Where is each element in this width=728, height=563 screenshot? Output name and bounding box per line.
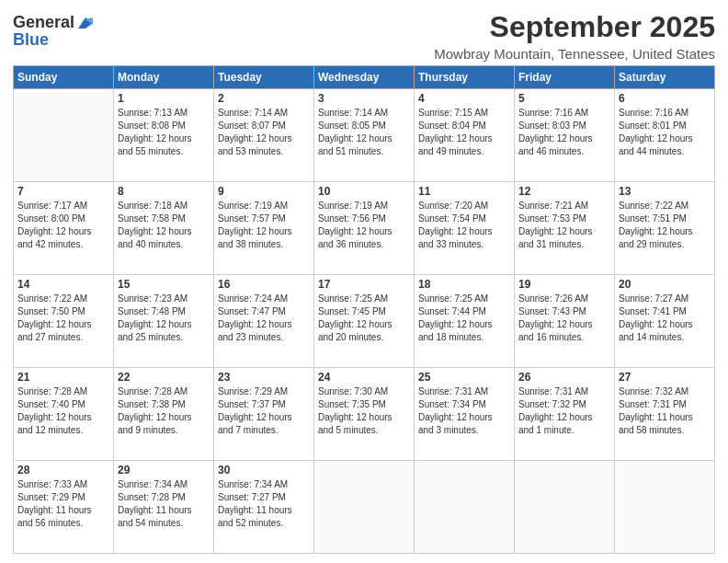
table-row: 26Sunrise: 7:31 AM Sunset: 7:32 PM Dayli… — [515, 368, 615, 461]
day-number: 15 — [118, 278, 210, 291]
day-info: Sunrise: 7:16 AM Sunset: 8:01 PM Dayligh… — [619, 107, 711, 158]
table-row — [415, 461, 515, 554]
table-row: 24Sunrise: 7:30 AM Sunset: 7:35 PM Dayli… — [314, 368, 415, 461]
logo: General Blue — [13, 13, 95, 50]
day-number: 13 — [619, 185, 711, 198]
calendar: SundayMondayTuesdayWednesdayThursdayFrid… — [13, 65, 715, 554]
day-number: 10 — [318, 185, 410, 198]
day-header-monday: Monday — [114, 66, 214, 89]
page: General Blue September 2025 Mowbray Moun… — [0, 0, 728, 563]
day-header-sunday: Sunday — [14, 66, 114, 89]
table-row: 28Sunrise: 7:33 AM Sunset: 7:29 PM Dayli… — [14, 461, 114, 554]
day-info: Sunrise: 7:19 AM Sunset: 7:56 PM Dayligh… — [318, 200, 410, 251]
day-info: Sunrise: 7:27 AM Sunset: 7:41 PM Dayligh… — [619, 293, 711, 344]
table-row: 21Sunrise: 7:28 AM Sunset: 7:40 PM Dayli… — [14, 368, 114, 461]
day-number: 27 — [619, 371, 711, 384]
table-row: 3Sunrise: 7:14 AM Sunset: 8:05 PM Daylig… — [314, 89, 415, 182]
day-number: 1 — [118, 92, 210, 105]
logo-icon — [76, 16, 95, 30]
day-info: Sunrise: 7:25 AM Sunset: 7:45 PM Dayligh… — [318, 293, 410, 344]
day-info: Sunrise: 7:29 AM Sunset: 7:37 PM Dayligh… — [218, 385, 310, 437]
day-number: 12 — [518, 185, 610, 198]
table-row: 2Sunrise: 7:14 AM Sunset: 8:07 PM Daylig… — [214, 89, 314, 182]
day-info: Sunrise: 7:21 AM Sunset: 7:53 PM Dayligh… — [518, 200, 610, 251]
table-row — [14, 89, 114, 182]
table-row: 12Sunrise: 7:21 AM Sunset: 7:53 PM Dayli… — [515, 182, 615, 275]
table-row: 4Sunrise: 7:15 AM Sunset: 8:04 PM Daylig… — [415, 89, 515, 182]
day-info: Sunrise: 7:14 AM Sunset: 8:07 PM Dayligh… — [218, 107, 310, 158]
day-header-friday: Friday — [515, 66, 615, 89]
day-info: Sunrise: 7:28 AM Sunset: 7:40 PM Dayligh… — [17, 385, 109, 437]
day-number: 6 — [619, 92, 711, 105]
day-info: Sunrise: 7:31 AM Sunset: 7:32 PM Dayligh… — [518, 385, 610, 437]
table-row: 14Sunrise: 7:22 AM Sunset: 7:50 PM Dayli… — [14, 275, 114, 368]
day-number: 29 — [118, 464, 210, 477]
table-row: 29Sunrise: 7:34 AM Sunset: 7:28 PM Dayli… — [114, 461, 214, 554]
table-row: 30Sunrise: 7:34 AM Sunset: 7:27 PM Dayli… — [214, 461, 314, 554]
day-number: 7 — [17, 185, 109, 198]
table-row: 17Sunrise: 7:25 AM Sunset: 7:45 PM Dayli… — [314, 275, 415, 368]
table-row: 7Sunrise: 7:17 AM Sunset: 8:00 PM Daylig… — [14, 182, 114, 275]
logo-blue: Blue — [13, 30, 95, 50]
day-info: Sunrise: 7:14 AM Sunset: 8:05 PM Dayligh… — [318, 107, 410, 158]
header: General Blue September 2025 Mowbray Moun… — [13, 9, 715, 62]
logo-general: General — [13, 13, 74, 32]
day-info: Sunrise: 7:18 AM Sunset: 7:58 PM Dayligh… — [118, 200, 210, 251]
day-number: 28 — [17, 464, 109, 477]
day-number: 20 — [619, 278, 711, 291]
table-row: 5Sunrise: 7:16 AM Sunset: 8:03 PM Daylig… — [515, 89, 615, 182]
day-number: 11 — [418, 185, 510, 198]
day-number: 9 — [218, 185, 310, 198]
table-row: 8Sunrise: 7:18 AM Sunset: 7:58 PM Daylig… — [114, 182, 214, 275]
day-info: Sunrise: 7:20 AM Sunset: 7:54 PM Dayligh… — [418, 200, 510, 251]
day-number: 3 — [318, 92, 410, 105]
day-info: Sunrise: 7:25 AM Sunset: 7:44 PM Dayligh… — [418, 293, 510, 344]
table-row: 27Sunrise: 7:32 AM Sunset: 7:31 PM Dayli… — [615, 368, 715, 461]
day-info: Sunrise: 7:17 AM Sunset: 8:00 PM Dayligh… — [17, 200, 109, 251]
table-row — [615, 461, 715, 554]
day-info: Sunrise: 7:23 AM Sunset: 7:48 PM Dayligh… — [118, 293, 210, 344]
day-number: 26 — [518, 371, 610, 384]
table-row: 22Sunrise: 7:28 AM Sunset: 7:38 PM Dayli… — [114, 368, 214, 461]
table-row: 19Sunrise: 7:26 AM Sunset: 7:43 PM Dayli… — [515, 275, 615, 368]
day-info: Sunrise: 7:26 AM Sunset: 7:43 PM Dayligh… — [518, 293, 610, 344]
table-row — [515, 461, 615, 554]
day-info: Sunrise: 7:28 AM Sunset: 7:38 PM Dayligh… — [118, 385, 210, 437]
day-number: 19 — [518, 278, 610, 291]
day-info: Sunrise: 7:22 AM Sunset: 7:50 PM Dayligh… — [17, 293, 109, 344]
table-row: 6Sunrise: 7:16 AM Sunset: 8:01 PM Daylig… — [615, 89, 715, 182]
table-row: 25Sunrise: 7:31 AM Sunset: 7:34 PM Dayli… — [415, 368, 515, 461]
day-header-saturday: Saturday — [615, 66, 715, 89]
table-row: 23Sunrise: 7:29 AM Sunset: 7:37 PM Dayli… — [214, 368, 314, 461]
table-row: 11Sunrise: 7:20 AM Sunset: 7:54 PM Dayli… — [415, 182, 515, 275]
day-info: Sunrise: 7:19 AM Sunset: 7:57 PM Dayligh… — [218, 200, 310, 251]
day-number: 21 — [17, 371, 109, 384]
table-row: 1Sunrise: 7:13 AM Sunset: 8:08 PM Daylig… — [114, 89, 214, 182]
day-info: Sunrise: 7:34 AM Sunset: 7:28 PM Dayligh… — [118, 478, 210, 530]
table-row: 9Sunrise: 7:19 AM Sunset: 7:57 PM Daylig… — [214, 182, 314, 275]
day-header-wednesday: Wednesday — [314, 66, 415, 89]
day-info: Sunrise: 7:16 AM Sunset: 8:03 PM Dayligh… — [518, 107, 610, 158]
day-number: 17 — [318, 278, 410, 291]
table-row — [314, 461, 415, 554]
day-number: 14 — [17, 278, 109, 291]
day-number: 22 — [118, 371, 210, 384]
day-info: Sunrise: 7:31 AM Sunset: 7:34 PM Dayligh… — [418, 385, 510, 437]
day-header-thursday: Thursday — [415, 66, 515, 89]
day-header-tuesday: Tuesday — [214, 66, 314, 89]
title-block: September 2025 Mowbray Mountain, Tenness… — [434, 9, 715, 62]
day-number: 25 — [418, 371, 510, 384]
day-info: Sunrise: 7:32 AM Sunset: 7:31 PM Dayligh… — [619, 385, 711, 437]
day-info: Sunrise: 7:24 AM Sunset: 7:47 PM Dayligh… — [218, 293, 310, 344]
day-info: Sunrise: 7:13 AM Sunset: 8:08 PM Dayligh… — [118, 107, 210, 158]
day-info: Sunrise: 7:34 AM Sunset: 7:27 PM Dayligh… — [218, 478, 310, 530]
main-title: September 2025 — [434, 9, 715, 44]
day-number: 23 — [218, 371, 310, 384]
table-row: 13Sunrise: 7:22 AM Sunset: 7:51 PM Dayli… — [615, 182, 715, 275]
day-info: Sunrise: 7:33 AM Sunset: 7:29 PM Dayligh… — [17, 478, 109, 530]
day-info: Sunrise: 7:22 AM Sunset: 7:51 PM Dayligh… — [619, 200, 711, 251]
day-info: Sunrise: 7:15 AM Sunset: 8:04 PM Dayligh… — [418, 107, 510, 158]
table-row: 18Sunrise: 7:25 AM Sunset: 7:44 PM Dayli… — [415, 275, 515, 368]
day-number: 24 — [318, 371, 410, 384]
day-number: 30 — [218, 464, 310, 477]
